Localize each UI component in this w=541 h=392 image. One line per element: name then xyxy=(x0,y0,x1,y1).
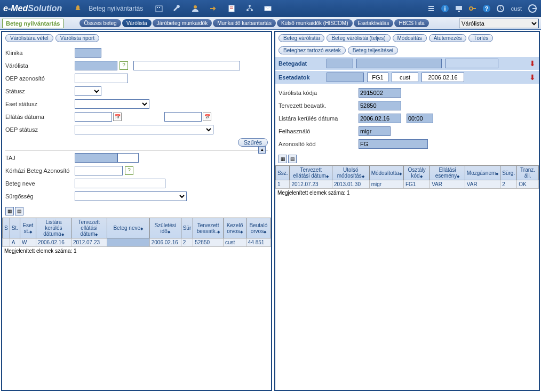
col-s[interactable]: S xyxy=(3,218,10,238)
azonosito-kod-input[interactable] xyxy=(359,139,428,149)
right-panel: Beteg várólistái Beteg várólistái (telje… xyxy=(274,31,540,391)
col-eset-st[interactable]: Eset st.◆ xyxy=(20,218,36,238)
taj-input[interactable] xyxy=(75,153,117,163)
esetadatok-expand-icon[interactable]: ⬇ xyxy=(529,73,536,82)
beteg-neve-label: Beteg neve xyxy=(5,180,75,187)
building-icon[interactable] xyxy=(154,3,164,14)
tab-jarobeteg[interactable]: Járóbeteg munkaidők xyxy=(153,19,212,27)
monitor-icon[interactable] xyxy=(454,3,464,14)
beteg-teljesitesei-button[interactable]: Beteg teljesítései xyxy=(348,46,398,54)
szures-button[interactable]: Szűrés xyxy=(238,138,268,147)
collapse-icon[interactable]: ▴ xyxy=(258,146,266,154)
tab-esetaktivalas[interactable]: Esetaktiválás xyxy=(354,19,394,27)
col-utolso-mod[interactable]: Utolsó módosítás◆ xyxy=(332,166,369,180)
grid-icon[interactable]: ▦ xyxy=(279,155,287,163)
varolistara-vetel-button[interactable]: Várólistára vétel xyxy=(5,34,53,42)
betegadat-expand-icon[interactable]: ⬇ xyxy=(529,59,536,68)
col-st[interactable]: St. xyxy=(10,218,20,238)
col-sur[interactable]: Sür xyxy=(181,218,193,238)
mail-icon[interactable] xyxy=(262,3,273,14)
oep-azon-input[interactable] xyxy=(75,74,128,83)
cell: W xyxy=(20,238,36,247)
col-surg[interactable]: Sürg. xyxy=(500,166,517,180)
ellatas-date-to-input[interactable] xyxy=(164,112,202,122)
col-ssz[interactable]: Ssz. xyxy=(276,166,290,180)
korhazi-help-button[interactable]: ? xyxy=(125,166,133,175)
cell: FG1 xyxy=(403,180,429,189)
wrench-icon[interactable] xyxy=(172,3,182,14)
varolista-input[interactable] xyxy=(75,61,117,70)
col-terv-ell[interactable]: Tervezett ellátási dátum◆ xyxy=(290,166,332,180)
cell xyxy=(107,238,149,247)
varolista-help-button[interactable]: ? xyxy=(120,61,128,70)
left-toolbar: ▦ ▤ xyxy=(2,205,271,218)
cell: migr xyxy=(369,180,403,189)
col-modositotta[interactable]: Módosította◆ xyxy=(369,166,403,180)
cell: OK xyxy=(517,180,539,189)
modositas-button[interactable]: Módosítás xyxy=(393,34,427,42)
table-row[interactable]: A W 2006.02.16 2012.07.23 2006.02.16 2 5… xyxy=(3,238,271,247)
col-tranz[interactable]: Tranz. áll. xyxy=(517,166,539,180)
taj-suffix-input[interactable] xyxy=(117,153,139,163)
tab-kulso-munkaidok[interactable]: Külső munkaidők (HISCOM) xyxy=(277,19,353,27)
col-terv-beavatk[interactable]: Tervezett beavatk.◆ xyxy=(193,218,224,238)
korhazi-input[interactable] xyxy=(75,166,123,175)
tab-osszes-beteg[interactable]: Összes beteg xyxy=(79,19,121,27)
listara-time-input[interactable] xyxy=(407,114,433,123)
tab-munkaido-karb[interactable]: Munkaidő karbantartás xyxy=(213,19,276,27)
grid-icon[interactable]: ▦ xyxy=(5,207,14,215)
col-szuletesi[interactable]: Születési idő◆ xyxy=(149,218,181,238)
felhasznalo-input[interactable] xyxy=(359,126,391,136)
cell: 2 xyxy=(500,180,517,189)
user-icon[interactable] xyxy=(190,3,201,14)
varolista-kodja-input[interactable] xyxy=(359,88,401,98)
transfer-icon[interactable] xyxy=(208,3,219,14)
torles-button[interactable]: Törlés xyxy=(468,34,493,42)
clock-icon[interactable] xyxy=(495,3,506,14)
bell-icon[interactable] xyxy=(73,3,83,14)
right-table: Ssz. Tervezett ellátási dátum◆ Utolsó mó… xyxy=(275,165,539,189)
tab-varolista[interactable]: Várólista xyxy=(122,19,152,27)
info-icon[interactable]: i xyxy=(440,3,450,14)
oep-statusz-select[interactable] xyxy=(75,125,213,134)
terv-beavatk-label: Tervezett beavatk. xyxy=(279,102,359,109)
statusz-select[interactable] xyxy=(75,86,101,96)
varolista-riport-button[interactable]: Várólista riport xyxy=(55,34,99,42)
col-tervezett[interactable]: Tervezett ellátási dátum◆ xyxy=(71,218,107,238)
tab-hbcs-lista[interactable]: HBCS lista xyxy=(394,19,428,27)
listara-date-input[interactable] xyxy=(359,114,401,123)
col-kezelo[interactable]: Kezelő orvos◆ xyxy=(224,218,246,238)
logout-icon[interactable] xyxy=(527,3,538,14)
list-icon[interactable] xyxy=(426,3,436,14)
beteg-neve-input[interactable] xyxy=(75,179,165,188)
beteg-varolistai-teljes-button[interactable]: Beteg várólistái (teljes) xyxy=(327,34,390,42)
col-listara[interactable]: Listára kerülés dátuma◆ xyxy=(36,218,71,238)
varolista-desc-input[interactable] xyxy=(133,61,240,70)
hierarchy-icon[interactable] xyxy=(244,3,255,14)
surgosseg-select[interactable] xyxy=(75,191,187,201)
table-row[interactable]: 1 2012.07.23 2013.01.30 migr FG1 VAR VAR… xyxy=(276,180,539,189)
col-osztaly[interactable]: Osztály kód◆ xyxy=(403,166,429,180)
key-icon[interactable] xyxy=(467,3,478,14)
ellatas-date-from-input[interactable] xyxy=(75,112,112,122)
cal-from-icon[interactable]: 📅 xyxy=(113,113,122,121)
atutemezes-button[interactable]: Átütemezés xyxy=(429,34,467,42)
document-icon[interactable] xyxy=(226,3,237,14)
col-mozgasnem[interactable]: Mozgásnem◆ xyxy=(465,166,500,180)
cal-to-icon[interactable]: 📅 xyxy=(203,113,211,121)
detail-form: Várólista kódja Tervezett beavatk. Listá… xyxy=(275,84,539,153)
terv-beavatk-input[interactable] xyxy=(359,101,401,110)
beteg-varolistai-button[interactable]: Beteg várólistái xyxy=(279,34,324,42)
help-icon[interactable]: ? xyxy=(481,3,492,14)
card-icon[interactable]: ▤ xyxy=(15,207,23,215)
statusz-label: Státusz xyxy=(5,88,75,94)
klinika-input[interactable] xyxy=(75,48,101,58)
eset-statusz-select[interactable] xyxy=(75,99,149,109)
col-ellatasi-esemeny[interactable]: Ellátási esemény◆ xyxy=(430,166,465,180)
col-beutalo[interactable]: Beutaló orvos◆ xyxy=(246,218,270,238)
beteg-esetek-button[interactable]: Beteghez tartozó esetek xyxy=(279,46,346,54)
card-icon[interactable]: ▤ xyxy=(288,155,297,163)
logo-e: e- xyxy=(3,4,11,13)
view-select[interactable]: Várólista xyxy=(459,19,539,28)
col-beteg-neve[interactable]: Beteg neve◆ xyxy=(107,218,149,238)
